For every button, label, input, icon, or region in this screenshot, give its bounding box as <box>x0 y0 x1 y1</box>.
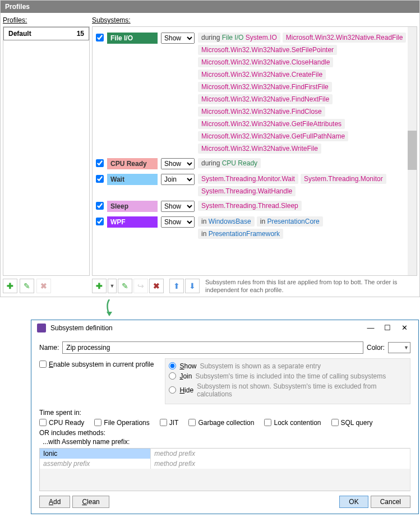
rule-chip[interactable]: during CPU Ready <box>198 158 261 168</box>
prefix-row[interactable]: assembly prefixmethod prefix <box>40 459 410 469</box>
profile-name: Default <box>8 30 31 38</box>
dialog-app-icon <box>37 324 46 332</box>
timespent-checkbox[interactable] <box>94 419 101 426</box>
timespent-label: SQL query <box>341 419 373 427</box>
profile-delete-button[interactable]: ✖ <box>36 279 51 293</box>
subsystem-mode-select[interactable]: ShowJoinHide <box>161 33 195 44</box>
show-radio-desc: Subsystem is shown as a separate entry <box>200 362 320 370</box>
time-spent-label: Time spent in: <box>39 409 410 417</box>
rule-chip[interactable]: Microsoft.Win32.Win32Native.FindNextFile <box>198 94 333 104</box>
ok-button[interactable]: OK <box>339 496 368 508</box>
timespent-option[interactable]: Lock contention <box>264 419 321 427</box>
subsystem-mode-select[interactable]: ShowJoinHide <box>161 216 195 228</box>
subsystem-checkbox[interactable] <box>96 159 104 167</box>
subsystem-tag[interactable]: Sleep <box>107 201 158 212</box>
hide-radio-label: Hide <box>179 386 193 394</box>
profile-edit-button[interactable]: ✎ <box>20 279 34 293</box>
prefix-row[interactable]: Ionicmethod prefix <box>40 448 410 459</box>
subsystem-tag[interactable]: Wait <box>107 174 158 185</box>
timespent-option[interactable]: SQL query <box>331 419 373 427</box>
timespent-checkbox[interactable] <box>188 419 196 426</box>
subsystem-mode-select[interactable]: ShowJoinHide <box>161 174 195 185</box>
rule-chip[interactable]: Microsoft.Win32.Win32Native.FindClose <box>198 107 325 117</box>
subsystem-edit-button[interactable]: ✎ <box>118 279 132 293</box>
timespent-label: Lock contention <box>274 419 321 427</box>
assembly-prefix-cell[interactable]: Ionic <box>40 448 151 459</box>
rule-chip[interactable]: Microsoft.Win32.Win32Native.CreateFile <box>198 70 326 80</box>
minimize-button[interactable]: — <box>362 324 379 332</box>
color-label: Color: <box>367 344 385 352</box>
rule-chip[interactable]: Microsoft.Win32.Win32Native.FindFirstFil… <box>198 82 332 92</box>
pencil-icon: ✎ <box>122 281 128 290</box>
show-radio-label: Show <box>179 362 196 370</box>
maximize-button[interactable]: ☐ <box>379 324 396 332</box>
rule-chip[interactable]: during File I/O System.IO <box>198 33 280 43</box>
timespent-option[interactable]: File Operations <box>94 419 149 427</box>
cancel-button[interactable]: Cancel <box>371 496 410 508</box>
timespent-option[interactable]: Garbage collection <box>188 419 254 427</box>
rule-chip[interactable]: in WindowsBase <box>198 216 255 227</box>
with-prefix-label: ...with Assembly name prefix: <box>43 438 410 446</box>
hide-radio[interactable] <box>169 386 176 394</box>
profile-add-button[interactable]: ✚ <box>3 279 17 293</box>
rule-chip[interactable]: Microsoft.Win32.Win32Native.CloseHandle <box>198 57 333 67</box>
scrollbar-thumb[interactable] <box>408 131 417 170</box>
timespent-checkbox[interactable] <box>331 419 339 426</box>
subsystem-mode-select[interactable]: ShowJoinHide <box>161 201 195 212</box>
rule-chip[interactable]: in PresentationCore <box>257 216 323 227</box>
subsystem-checkbox[interactable] <box>96 218 104 225</box>
scrollbar-track[interactable] <box>408 27 417 275</box>
timespent-checkbox[interactable] <box>160 419 167 426</box>
subsystem-mode-select[interactable]: ShowJoinHide <box>161 158 195 169</box>
color-picker[interactable]: ▼ <box>388 342 410 353</box>
enable-subsystem-label: Enable subsystem in current profile <box>49 361 154 368</box>
close-button[interactable]: ✕ <box>396 324 413 332</box>
join-radio[interactable] <box>169 372 176 380</box>
subsystems-list: File I/O ShowJoinHide during File I/O Sy… <box>92 26 417 276</box>
rule-chip[interactable]: in PresentationFramework <box>198 229 283 239</box>
add-button[interactable]: Add <box>39 496 70 508</box>
timespent-label: Garbage collection <box>198 419 254 427</box>
rule-chip[interactable]: System.Threading.WaitHandle <box>198 186 296 196</box>
subsystem-tag[interactable]: CPU Ready <box>107 158 158 169</box>
profile-row[interactable]: Default15 <box>3 27 89 40</box>
hide-radio-desc: Subsystem is not shown. Subsystem's time… <box>197 382 407 398</box>
rule-chip[interactable]: Microsoft.Win32.Win32Native.SetFilePoint… <box>198 45 337 55</box>
name-label: Name: <box>39 344 59 352</box>
subsystem-checkbox[interactable] <box>96 175 104 183</box>
dialog-title: Subsystem definition <box>50 324 362 332</box>
move-up-button[interactable]: ⬆ <box>169 279 184 293</box>
rule-chip[interactable]: System.Threading.Monitor.Wait <box>198 174 298 184</box>
timespent-option[interactable]: JIT <box>160 419 179 427</box>
subsystem-tag[interactable]: File I/O <box>107 33 158 44</box>
profiles-list: Default15 <box>3 26 90 276</box>
rule-chip[interactable]: System.Threading.Monitor <box>301 174 386 184</box>
rule-chip[interactable]: Microsoft.Win32.Win32Native.GetFileAttri… <box>198 119 345 129</box>
subsystem-row: File I/O ShowJoinHide during File I/O Sy… <box>96 30 410 156</box>
method-prefix-cell[interactable]: method prefix <box>151 459 410 469</box>
clean-button[interactable]: Clean <box>72 496 109 508</box>
subsystem-checkbox[interactable] <box>96 202 104 210</box>
rule-chip[interactable]: Microsoft.Win32.Win32Native.GetFullPathN… <box>198 131 348 141</box>
timespent-option[interactable]: CPU Ready <box>39 419 84 427</box>
assembly-prefix-cell[interactable]: assembly prefix <box>40 459 151 469</box>
subsystem-link-button[interactable]: ↪ <box>133 279 148 293</box>
rule-chip[interactable]: System.Threading.Thread.Sleep <box>198 201 302 211</box>
enable-subsystem-checkbox[interactable] <box>39 361 47 368</box>
rule-chip[interactable]: Microsoft.Win32.Win32Native.ReadFile <box>283 33 407 43</box>
rule-chip[interactable]: Microsoft.Win32.Win32Native.WriteFile <box>198 144 321 154</box>
move-down-button[interactable]: ⬇ <box>185 279 200 293</box>
subsystem-add-button[interactable]: ✚ <box>92 279 107 293</box>
subsystem-checkbox[interactable] <box>96 34 104 41</box>
profile-count: 15 <box>77 30 84 38</box>
timespent-checkbox[interactable] <box>39 419 47 426</box>
show-radio[interactable] <box>169 362 176 369</box>
method-prefix-cell[interactable]: method prefix <box>151 448 410 459</box>
subsystem-delete-button[interactable]: ✖ <box>149 279 164 293</box>
timespent-checkbox[interactable] <box>264 419 271 426</box>
subsystem-add-dropdown[interactable]: ▼ <box>108 279 117 293</box>
prefix-table-empty[interactable] <box>40 469 410 491</box>
arrow-up-icon: ⬆ <box>173 281 180 290</box>
subsystem-tag[interactable]: WPF <box>107 216 158 228</box>
name-input[interactable] <box>62 341 363 354</box>
